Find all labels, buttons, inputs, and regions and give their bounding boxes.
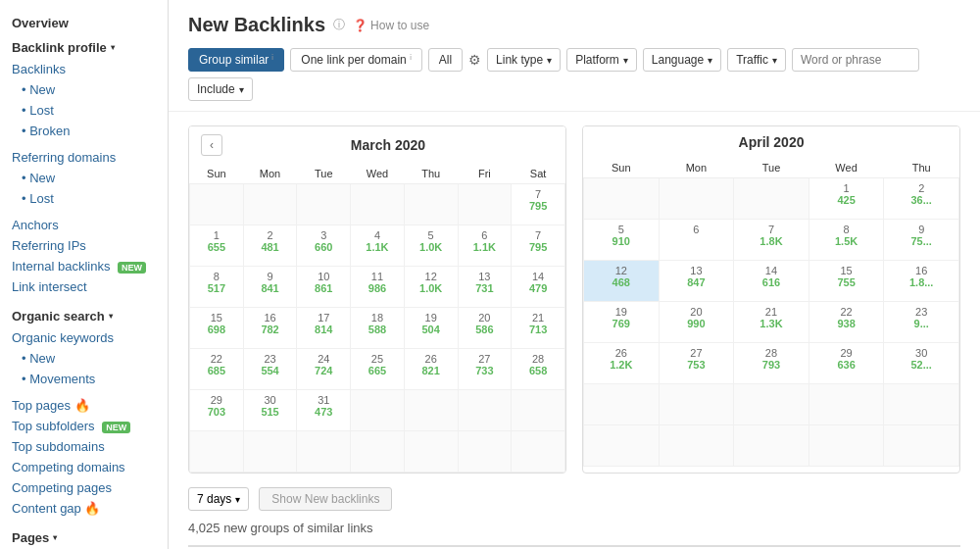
calendar-cell[interactable]: 51.0K [404,225,458,267]
group-similar-button[interactable]: Group similar ⁱ [188,48,284,72]
calendar-cell[interactable] [808,425,884,467]
calendar-cell[interactable] [584,425,660,467]
sidebar-item-backlinks[interactable]: Backlinks [0,59,168,79]
sidebar-item-link-intersect[interactable]: Link intersect [0,276,168,297]
calendar-cell[interactable]: 16782 [243,308,297,349]
calendar-cell[interactable] [512,431,565,473]
calendar-cell[interactable] [458,431,512,473]
calendar-cell[interactable]: 13731 [458,267,512,308]
calendar-cell[interactable] [297,184,351,225]
calendar-cell[interactable]: 71.8K [734,220,809,261]
calendar-cell[interactable]: 10861 [297,267,351,308]
calendar-cell[interactable]: 9841 [243,267,297,308]
calendar-cell[interactable]: 20990 [659,302,734,343]
calendar-cell[interactable]: 121.0K [404,267,458,308]
include-dropdown[interactable]: Include ▾ [188,77,253,101]
calendar-cell[interactable]: 975... [884,220,959,261]
calendar-cell[interactable]: 23554 [243,349,297,390]
calendar-cell[interactable]: 29703 [190,390,244,431]
calendar-cell[interactable]: 1425 [808,178,884,220]
calendar-cell[interactable]: 28793 [734,343,809,384]
calendar-cell[interactable] [297,431,351,473]
calendar-cell[interactable] [584,178,660,220]
calendar-cell[interactable]: 11986 [351,267,405,308]
link-type-dropdown[interactable]: Link type ▾ [487,48,561,72]
calendar-cell[interactable] [243,431,297,473]
calendar-cell[interactable]: 41.1K [351,225,405,267]
calendar-cell[interactable]: 30515 [243,390,297,431]
calendar-cell[interactable]: 7795 [512,225,565,267]
calendar-cell[interactable]: 7795 [512,184,565,225]
calendar-cell[interactable]: 31473 [297,390,351,431]
calendar-cell[interactable]: 19504 [404,308,458,349]
calendar-cell[interactable] [584,384,660,425]
calendar-cell[interactable]: 20586 [458,308,512,349]
calendar-cell[interactable] [659,384,734,425]
sidebar-organic-search[interactable]: Organic search ▾ [0,303,168,327]
calendar-cell[interactable] [351,184,405,225]
calendar-cell[interactable]: 6 [659,220,734,261]
days-dropdown[interactable]: 7 days ▾ [188,487,249,511]
calendar-cell[interactable]: 15698 [190,308,244,349]
calendar-cell[interactable]: 14479 [512,267,565,308]
show-backlinks-button[interactable]: Show New backlinks [259,487,392,511]
calendar-cell[interactable] [190,184,244,225]
calendar-cell[interactable]: 81.5K [808,220,884,261]
sidebar-item-top-subdomains[interactable]: Top subdomains [0,436,168,457]
sidebar-item-top-subfolders[interactable]: Top subfolders NEW [0,416,168,436]
calendar-cell[interactable]: 5910 [584,220,660,261]
calendar-cell[interactable]: 21713 [512,308,565,349]
calendar-cell-selected[interactable]: 12468 [584,261,660,302]
sidebar-item-content-gap[interactable]: Content gap 🔥 [0,498,168,519]
sidebar-item-lost[interactable]: Lost [0,100,168,121]
sidebar-pages[interactable]: Pages ▾ [0,524,168,549]
calendar-cell[interactable]: 19769 [584,302,660,343]
calendar-cell[interactable] [458,390,512,431]
calendar-cell[interactable] [884,384,959,425]
sidebar-item-ref-new[interactable]: New [0,168,168,188]
calendar-cell[interactable]: 3660 [297,225,351,267]
calendar-cell[interactable]: 1655 [190,225,244,267]
calendar-cell[interactable]: 8517 [190,267,244,308]
sidebar-item-internal-backlinks[interactable]: Internal backlinks NEW [0,256,168,276]
calendar-cell[interactable]: 2481 [243,225,297,267]
calendar-cell[interactable] [404,390,458,431]
calendar-cell[interactable]: 25665 [351,349,405,390]
calendar-cell[interactable] [351,431,405,473]
sidebar-item-competing-pages[interactable]: Competing pages [0,477,168,498]
calendar-cell[interactable] [351,390,405,431]
sidebar-item-competing-domains[interactable]: Competing domains [0,457,168,477]
calendar-cell[interactable]: 27733 [458,349,512,390]
calendar-cell[interactable] [734,178,809,220]
calendar-cell[interactable] [512,390,565,431]
sidebar-item-org-new[interactable]: New [0,348,168,369]
sidebar-item-referring-domains[interactable]: Referring domains [0,147,168,168]
calendar-cell[interactable]: 236... [884,178,959,220]
calendar-cell[interactable] [734,384,809,425]
calendar-cell[interactable]: 18588 [351,308,405,349]
calendar-cell[interactable]: 14616 [734,261,809,302]
calendar-prev-button[interactable]: ‹ [201,134,222,156]
sidebar-item-broken[interactable]: Broken [0,121,168,141]
calendar-cell[interactable] [404,431,458,473]
calendar-cell[interactable]: 28658 [512,349,565,390]
gear-icon[interactable]: ⚙ [468,52,481,68]
language-dropdown[interactable]: Language ▾ [643,48,721,72]
sidebar-item-anchors[interactable]: Anchors [0,215,168,235]
calendar-cell[interactable]: 27753 [659,343,734,384]
calendar-cell[interactable]: 22938 [808,302,884,343]
calendar-cell[interactable]: 22685 [190,349,244,390]
word-phrase-input[interactable] [792,48,919,72]
calendar-cell[interactable] [808,384,884,425]
sidebar-item-movements[interactable]: Movements [0,369,168,389]
sidebar-overview[interactable]: Overview [0,10,168,34]
calendar-cell[interactable]: 15755 [808,261,884,302]
calendar-cell[interactable] [404,184,458,225]
calendar-cell[interactable]: 29636 [808,343,884,384]
one-link-per-domain-button[interactable]: One link per domain ⁱ [290,48,421,72]
calendar-cell[interactable] [243,184,297,225]
calendar-cell[interactable] [734,425,809,467]
sidebar-item-new[interactable]: New [0,79,168,100]
calendar-cell[interactable] [190,431,244,473]
calendar-cell[interactable] [884,425,959,467]
